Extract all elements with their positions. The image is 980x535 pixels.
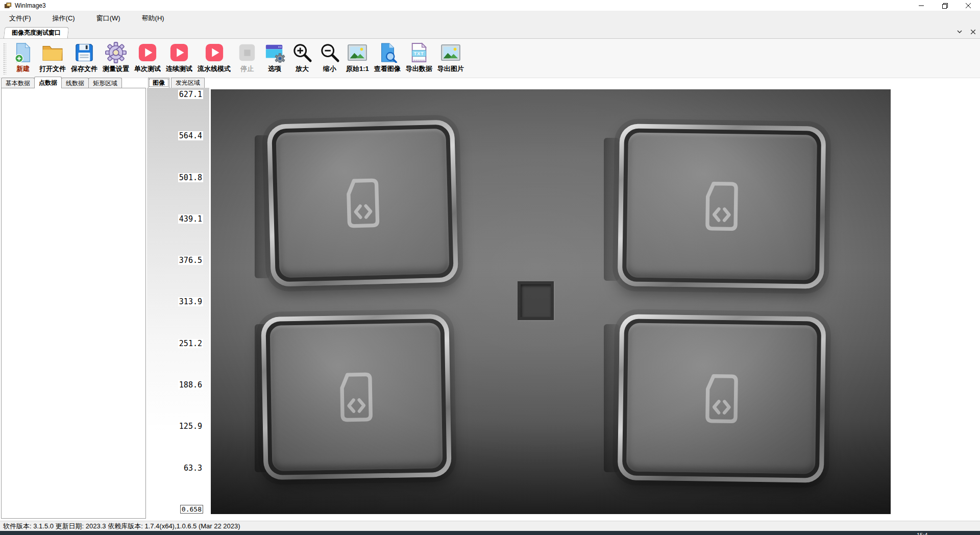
gear-icon: [105, 42, 127, 63]
menu-window[interactable]: 窗口(W): [94, 13, 122, 24]
new-button[interactable]: 新建: [9, 41, 37, 75]
menu-help[interactable]: 帮助(H): [140, 13, 166, 24]
original-1to1-button[interactable]: 原始1:1: [344, 41, 372, 75]
toolbar-gripper[interactable]: [3, 43, 6, 75]
switch-button-top-left: [267, 119, 458, 286]
window-switch-icon: [332, 370, 380, 424]
tab-close-icon[interactable]: [969, 28, 977, 36]
scale-label: 313.9: [178, 297, 203, 306]
app-icon: [4, 2, 12, 9]
scale-label: 439.1: [178, 214, 203, 224]
zoom-in-button[interactable]: 放大: [288, 41, 316, 75]
toolbar-label: 连续测试: [166, 64, 192, 74]
options-button[interactable]: 选项: [261, 41, 288, 75]
toolbar-label: 保存文件: [71, 64, 97, 74]
toolbar-label: 放大: [296, 64, 309, 74]
save-floppy-icon: [74, 42, 95, 63]
toolbar-label: 打开文件: [39, 64, 66, 74]
open-file-button[interactable]: 打开文件: [37, 41, 68, 75]
clip-shadow: [255, 135, 270, 278]
play-icon: [137, 42, 158, 63]
restore-button[interactable]: [933, 0, 957, 11]
document-tab-strip: 图像亮度测试窗口: [0, 26, 980, 39]
mounting-hole: [518, 281, 554, 320]
captured-image[interactable]: [211, 89, 891, 514]
switch-button-top-right: [618, 124, 826, 289]
zoom-in-icon: [291, 42, 313, 63]
continuous-test-button[interactable]: 连续测试: [163, 41, 195, 75]
status-bar: 软件版本: 3.1.5.0 更新日期: 2023.3 依赖库版本: 1.7.4(…: [0, 521, 980, 531]
toolbar-label: 导出数据: [406, 64, 432, 74]
window-switch-icon: [698, 179, 745, 233]
play-icon: [168, 42, 190, 63]
taskbar-clock: 15:4: [917, 532, 927, 535]
txt-badge: TXT: [412, 50, 426, 57]
export-image-button[interactable]: 导出图片: [435, 41, 467, 75]
tab-image-view[interactable]: 图像: [148, 78, 169, 88]
tab-point-data[interactable]: 点数据: [34, 77, 62, 88]
toolbar-label: 导出图片: [437, 64, 464, 74]
minimize-button[interactable]: [910, 0, 933, 11]
export-txt-icon: TXT: [408, 42, 430, 63]
view-image-icon: [377, 42, 398, 63]
scale-label: 0.658: [180, 505, 203, 514]
tab-image-brightness-test[interactable]: 图像亮度测试窗口: [4, 27, 69, 38]
export-data-button[interactable]: TXT 导出数据: [403, 41, 435, 75]
stop-icon: [236, 42, 258, 63]
toolbar-label: 测量设置: [103, 64, 129, 74]
toolbar-label: 单次测试: [134, 64, 161, 74]
close-button[interactable]: [957, 0, 980, 11]
single-test-button[interactable]: 单次测试: [132, 41, 163, 75]
switch-button-bottom-left: [261, 314, 452, 480]
switch-button-bottom-right: [618, 314, 826, 483]
image-icon: [347, 42, 368, 63]
clip-shadow: [604, 138, 619, 281]
save-file-button[interactable]: 保存文件: [68, 41, 100, 75]
scale-label: 63.3: [183, 464, 203, 473]
tab-rect-area[interactable]: 矩形区域: [88, 78, 122, 88]
scale-label: 564.4: [178, 131, 203, 140]
scale-label: 376.5: [178, 256, 203, 265]
new-file-icon: [12, 42, 34, 63]
toolbar-label: 停止: [240, 64, 254, 74]
view-image-button[interactable]: 查看图像: [372, 41, 403, 75]
scale-label: 125.9: [178, 422, 203, 431]
image-icon: [440, 42, 461, 63]
scale-label: 251.2: [178, 339, 203, 348]
clip-shadow: [604, 324, 619, 472]
title-bar: WinImage3: [0, 0, 980, 11]
toolbar-label: 新建: [16, 64, 30, 74]
data-panel-tabs: 基本数据 点数据 线数据 矩形区域: [1, 78, 121, 88]
window-switch-icon: [338, 176, 387, 230]
tab-luminous-area[interactable]: 发光区域: [171, 78, 205, 88]
point-data-panel: [1, 88, 146, 519]
version-info: 软件版本: 3.1.5.0 更新日期: 2023.3 依赖库版本: 1.7.4(…: [3, 522, 240, 531]
taskbar-strip: 15:4: [0, 531, 980, 535]
toolbar: 新建 打开文件 保存文件: [0, 39, 980, 78]
tab-basic-data[interactable]: 基本数据: [1, 78, 35, 88]
scale-label: 188.6: [178, 380, 203, 390]
view-tabs: 图像 发光区域: [148, 78, 206, 88]
menu-operate[interactable]: 操作(C): [51, 13, 77, 24]
toolbar-label: 流水线模式: [198, 64, 231, 74]
menu-file[interactable]: 文件(F): [7, 13, 33, 24]
stop-button[interactable]: 停止: [233, 41, 261, 75]
tab-line-data[interactable]: 线数据: [61, 78, 89, 88]
tab-list-chevron-down-icon[interactable]: [955, 28, 964, 36]
scale-label: 627.1: [178, 90, 203, 99]
clip-shadow: [255, 324, 270, 472]
toolbar-label: 查看图像: [374, 64, 401, 74]
toolbar-label: 选项: [268, 64, 281, 74]
zoom-out-button[interactable]: 缩小: [316, 41, 344, 75]
open-folder-icon: [42, 42, 63, 63]
measure-settings-button[interactable]: 测量设置: [100, 41, 132, 75]
pipeline-mode-button[interactable]: 流水线模式: [195, 41, 233, 75]
luminance-scale: 627.1564.4501.8439.1376.5313.9251.2188.6…: [147, 88, 209, 517]
window-title: WinImage3: [15, 2, 46, 9]
scale-label: 501.8: [178, 173, 203, 182]
options-window-gear-icon: [264, 42, 285, 63]
toolbar-label: 原始1:1: [346, 64, 369, 74]
play-icon: [204, 42, 225, 63]
menu-bar: 文件(F) 操作(C) 窗口(W) 帮助(H): [0, 11, 980, 26]
zoom-out-icon: [319, 42, 340, 63]
